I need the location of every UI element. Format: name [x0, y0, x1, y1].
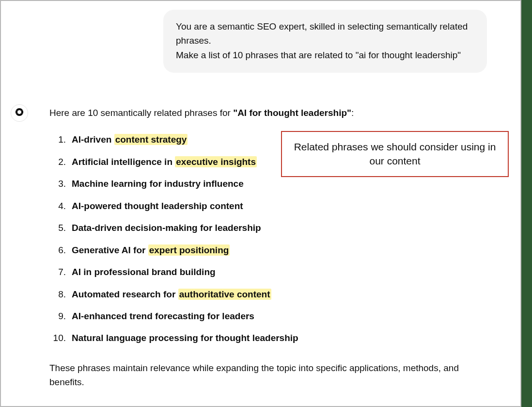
- intro-bold: "AI for thought leadership": [233, 108, 351, 118]
- assistant-closing: These phrases maintain relevance while e…: [49, 361, 485, 390]
- phrase-text: AI-powered thought leadership content: [72, 201, 243, 211]
- phrase-item: AI in professional brand building: [49, 261, 490, 283]
- annotation-callout: Related phrases we should consider using…: [281, 131, 509, 177]
- user-message-line1: You are a semantic SEO expert, skilled i…: [176, 21, 468, 46]
- intro-prefix: Here are 10 semantically related phrases…: [49, 108, 233, 118]
- phrase-text: Generative AI for: [72, 245, 148, 255]
- phrase-highlight: expert positioning: [148, 244, 230, 256]
- user-message-bubble: You are a semantic SEO expert, skilled i…: [163, 10, 487, 73]
- phrase-highlight: executive insights: [175, 156, 257, 167]
- phrase-item: Automated research for authoritative con…: [49, 283, 490, 305]
- phrase-item: Data-driven decision-making for leadersh…: [49, 217, 490, 239]
- assistant-intro: Here are 10 semantically related phrases…: [49, 106, 490, 120]
- intro-suffix: :: [351, 108, 354, 118]
- phrase-text: Automated research for: [72, 289, 178, 299]
- openai-logo-icon: [14, 107, 25, 119]
- assistant-avatar: [11, 104, 28, 122]
- phrase-highlight: authoritative content: [178, 289, 271, 300]
- phrase-text: Artificial intelligence in: [72, 157, 175, 167]
- phrase-text: AI-driven: [72, 134, 114, 145]
- phrase-item: AI-enhanced trend forecasting for leader…: [49, 305, 490, 327]
- phrase-item: Natural language processing for thought …: [49, 327, 490, 349]
- phrase-text: AI-enhanced trend forecasting for leader…: [72, 311, 254, 321]
- phrase-text: AI in professional brand building: [72, 267, 216, 277]
- phrase-highlight: content strategy: [114, 134, 188, 145]
- phrase-text: Natural language processing for thought …: [72, 333, 298, 343]
- phrase-text: Data-driven decision-making for leadersh…: [72, 223, 261, 233]
- phrase-item: AI-powered thought leadership content: [49, 195, 490, 217]
- chat-window: You are a semantic SEO expert, skilled i…: [0, 0, 521, 407]
- phrase-item: Generative AI for expert positioning: [49, 239, 490, 261]
- phrase-text: Machine learning for industry influence: [72, 179, 244, 189]
- user-message-line2: Make a list of 10 phrases that are relat…: [176, 50, 461, 60]
- chat-body: You are a semantic SEO expert, skilled i…: [1, 1, 520, 406]
